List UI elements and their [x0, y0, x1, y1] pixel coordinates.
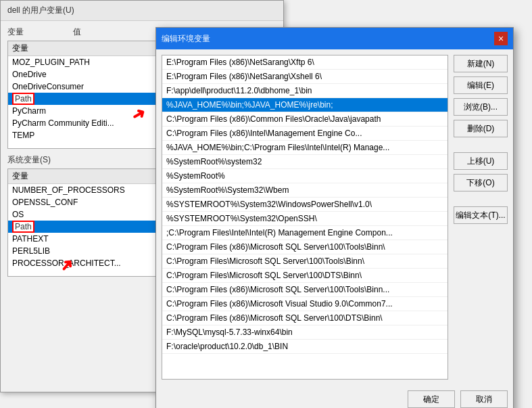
path-list-item[interactable]: C:\Program Files (x86)\Microsoft SQL Ser…	[162, 283, 448, 297]
path-list-item[interactable]: C:\Program Files (x86)\Microsoft SQL Ser…	[162, 311, 448, 325]
path-list-item[interactable]: C:\Program Files (x86)\Microsoft SQL Ser…	[162, 240, 448, 254]
path-list-item[interactable]: %SystemRoot%	[162, 169, 448, 183]
env-dialog-title: dell 的用户变量(U)	[1, 1, 283, 21]
path-list-item[interactable]: %SYSTEMROOT%\System32\WindowsPowerShell\…	[162, 198, 448, 212]
path-list-item[interactable]: %JAVA_HOME%\bin;%JAVA_HOME%\jre\bin;	[162, 98, 448, 112]
path-list-item[interactable]: C:\Program Files (x86)\Intel\Management …	[162, 127, 448, 141]
delete-button[interactable]: 删除(D)	[454, 120, 508, 137]
edit-dialog-title: 编辑环境变量	[162, 33, 210, 45]
path-list-item[interactable]: E:\Program Files (x86)\NetSarang\Xftp 6\	[162, 55, 448, 70]
bottom-buttons: 确定 取消	[156, 385, 513, 408]
edit-buttons-panel: 新建(N) 编辑(E) 浏览(B)... 删除(D) 上移(U) 下移(O) 编…	[454, 55, 508, 380]
confirm-button[interactable]: 确定	[408, 390, 455, 408]
main-window: dell 的用户变量(U) 变量 值 变量 值 MOZ_PLUGIN_PATHE…	[0, 0, 532, 408]
move-down-button[interactable]: 下移(O)	[454, 174, 508, 191]
path-list-item[interactable]: ;C:\Program Files\Intel\Intel(R) Managem…	[162, 226, 448, 240]
path-list-item[interactable]: C:\Program Files\Microsoft SQL Server\10…	[162, 269, 448, 283]
move-up-button[interactable]: 上移(U)	[454, 152, 508, 170]
close-button[interactable]: ×	[494, 32, 508, 45]
path-list[interactable]: E:\Program Files (x86)\NetSarang\Xftp 6\…	[162, 55, 448, 380]
edit-dialog-content: E:\Program Files (x86)\NetSarang\Xftp 6\…	[156, 49, 513, 385]
edit-env-dialog: 编辑环境变量 × E:\Program Files (x86)\NetSaran…	[155, 27, 514, 408]
edit-button[interactable]: 编辑(E)	[454, 76, 508, 94]
cancel-button[interactable]: 取消	[460, 390, 508, 408]
col-var-label: 变量	[7, 27, 24, 37]
path-list-item[interactable]: F:\oracle\product\10.2.0\db_1\BIN	[162, 340, 448, 354]
path-list-item[interactable]: C:\Program Files (x86)\Common Files\Orac…	[162, 112, 448, 127]
path-list-item[interactable]: %SystemRoot%\system32	[162, 155, 448, 169]
sys-section-header: 系统变量(S)	[7, 155, 51, 164]
path-list-item[interactable]: C:\Program Files (x86)\Microsoft Visual …	[162, 297, 448, 311]
browse-button[interactable]: 浏览(B)...	[454, 98, 508, 116]
path-list-item[interactable]: %JAVA_HOME%\bin;C:\Program Files\Intel\I…	[162, 141, 448, 155]
path-list-item[interactable]: %SYSTEMROOT%\System32\OpenSSH\	[162, 212, 448, 226]
edit-text-button[interactable]: 编辑文本(T)...	[454, 206, 508, 224]
col-val-label: 值	[73, 27, 81, 37]
path-list-item[interactable]: E:\Program Files (x86)\NetSarang\Xshell …	[162, 70, 448, 84]
edit-dialog-titlebar: 编辑环境变量 ×	[156, 28, 513, 49]
path-list-item[interactable]: %SystemRoot%\System32\Wbem	[162, 183, 448, 198]
path-list-item[interactable]: F:\app\dell\product\11.2.0\dbhome_1\bin	[162, 84, 448, 98]
new-button[interactable]: 新建(N)	[454, 55, 508, 72]
path-list-item[interactable]: C:\Program Files\Microsoft SQL Server\10…	[162, 254, 448, 269]
path-list-item[interactable]: F:\MySQL\mysql-5.7.33-winx64\bin	[162, 325, 448, 340]
user-vars-label: dell 的用户变量(U)	[7, 5, 74, 15]
